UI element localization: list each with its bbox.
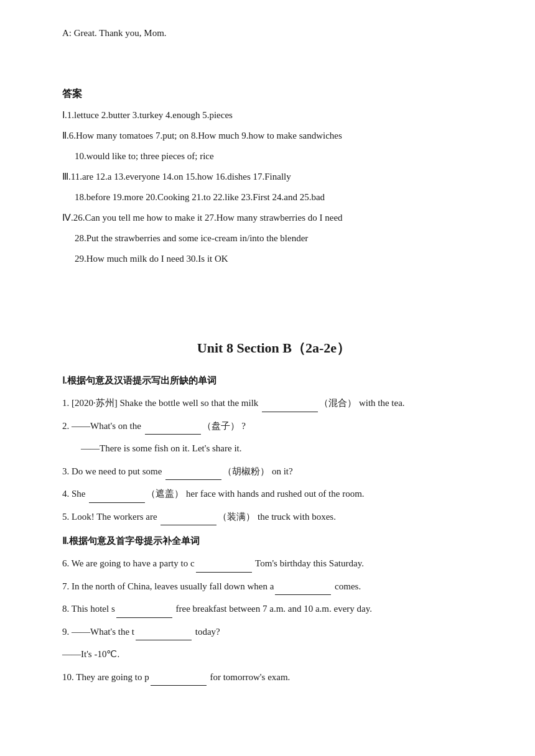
exercise-item: 6. We are going to have a party to c Tom… (62, 555, 485, 573)
exercise-item: ——There is some fish on it. Let's share … (62, 440, 485, 458)
item-number: 2. (62, 421, 69, 431)
exercise-item: 7. In the north of China, leaves usually… (62, 578, 485, 596)
fill-blank[interactable] (89, 502, 145, 503)
exercise-item: ——It's -10℃. (62, 645, 485, 663)
fill-blank[interactable] (275, 594, 331, 595)
section1-title: Ⅰ.根据句意及汉语提示写出所缺的单词 (62, 372, 485, 389)
answers-block: 答案 Ⅰ.1.lettuce 2.butter 3.turkey 4.enoug… (62, 85, 485, 267)
section2-title: Ⅱ.根据句意及首字母提示补全单词 (62, 533, 485, 550)
fill-blank[interactable] (136, 640, 192, 640)
answer-line: Ⅲ.11.are 12.a 13.everyone 14.on 15.how 1… (62, 168, 485, 185)
exercise-item: 8. This hotel s free breakfast between 7… (62, 600, 485, 618)
item-number: 4. (62, 489, 69, 499)
section2-items: 6. We are going to have a party to c Tom… (62, 555, 485, 686)
fill-blank[interactable] (145, 434, 201, 435)
answer-line: 28.Put the strawberries and some ice-cre… (62, 230, 485, 247)
section2: Ⅱ.根据句意及首字母提示补全单词 6. We are going to have… (62, 533, 485, 686)
item-number: 8. (62, 604, 69, 614)
fill-blank[interactable] (116, 617, 172, 618)
answer-line: Ⅳ.26.Can you tell me how to make it 27.H… (62, 210, 485, 226)
exercise-item: 1. [2020·苏州] Shake the bottle well so th… (62, 394, 485, 412)
section1-items: 1. [2020·苏州] Shake the bottle well so th… (62, 394, 485, 525)
exercise-item: 4. She （遮盖） her face with hands and rush… (62, 485, 485, 503)
exercise-item: 10. They are going to p for tomorrow's e… (62, 668, 485, 686)
fill-blank[interactable] (151, 685, 207, 686)
item-number: 9. (62, 627, 69, 637)
answer-line: 29.How much milk do I need 30.Is it OK (62, 251, 485, 267)
fill-blank[interactable] (165, 479, 221, 480)
answer-line: 10.would like to; three pieces of; rice (62, 148, 485, 165)
exercise-item: 5. Look! The workers are （装满） the truck … (62, 508, 485, 526)
unit-title: Unit 8 Section B（2a-2e） (62, 336, 485, 361)
item-number: 3. (62, 466, 69, 476)
fill-blank[interactable] (262, 412, 318, 412)
exercise-item: 3. Do we need to put some （胡椒粉） on it? (62, 463, 485, 481)
item-number: 1. (62, 398, 69, 408)
answer-line: Ⅱ.6.How many tomatoes 7.put; on 8.How mu… (62, 127, 485, 144)
item-number: 7. (62, 581, 69, 591)
fill-blank[interactable] (196, 572, 252, 573)
item-number: 10. (62, 672, 74, 682)
fill-blank[interactable] (160, 525, 216, 525)
intro-text: A: Great. Thank you, Mom. (62, 25, 485, 42)
answer-line: Ⅰ.1.lettuce 2.butter 3.turkey 4.enough 5… (62, 107, 485, 124)
exercise-item: 2. ——What's on the （盘子） ? (62, 417, 485, 435)
item-number: 5. (62, 512, 69, 522)
answers-title: 答案 (62, 85, 485, 103)
section1: Ⅰ.根据句意及汉语提示写出所缺的单词 1. [2020·苏州] Shake th… (62, 372, 485, 525)
item-number: 6. (62, 558, 69, 568)
answer-line: 18.before 19.more 20.Cooking 21.to 22.li… (62, 189, 485, 206)
exercise-item: 9. ——What's the t today? (62, 623, 485, 641)
answers-lines: Ⅰ.1.lettuce 2.butter 3.turkey 4.enough 5… (62, 107, 485, 267)
